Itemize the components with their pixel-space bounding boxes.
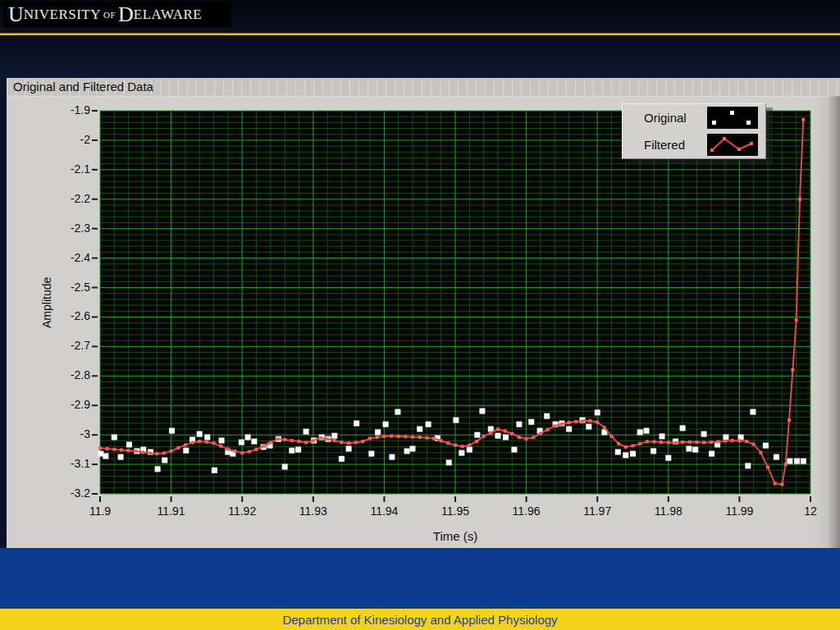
- footer-bar: Department of Kinesiology and Applied Ph…: [0, 609, 840, 630]
- navy-background-strip: [0, 35, 840, 78]
- x-tick-label: 11.95: [431, 504, 480, 518]
- plot-canvas[interactable]: [100, 111, 810, 494]
- slide-header: UNIVERSITYOFDELAWARE: [0, 0, 840, 33]
- labview-front-panel: Original and Filtered Data Amplitude 11.…: [7, 78, 840, 548]
- wordmark-niversity: NIVERSITY: [24, 7, 101, 23]
- y-tick-label: -2.3: [31, 221, 90, 235]
- wordmark-initial-u: U: [8, 4, 24, 25]
- wordmark-elaware: ELAWARE: [134, 7, 202, 23]
- x-tick-label: 11.9: [75, 504, 125, 518]
- y-tick-label: -2.6: [31, 309, 90, 322]
- graph-title: Original and Filtered Data: [13, 80, 153, 94]
- footer-blue-band: [0, 548, 840, 609]
- x-tick-label: 11.96: [502, 504, 551, 518]
- original-sample-icon[interactable]: [707, 107, 758, 129]
- x-tick-label: 11.99: [714, 504, 764, 518]
- x-tick-label: 11.94: [359, 504, 409, 518]
- filtered-series: [98, 118, 805, 486]
- y-tick-label: -2.5: [31, 281, 90, 294]
- wordmark-initial-d: D: [118, 4, 134, 25]
- ud-logo: UNIVERSITYOFDELAWARE: [3, 2, 231, 27]
- legend-label-original: Original: [623, 111, 707, 125]
- y-tick-label: -1.9: [31, 103, 90, 116]
- legend-row-original[interactable]: Original: [623, 104, 765, 131]
- graph-legend: Original Filtered: [622, 103, 766, 159]
- slide: UNIVERSITYOFDELAWARE Original and Filter…: [0, 0, 840, 630]
- y-tick-label: -2.9: [31, 398, 90, 411]
- y-tick-label: -2.1: [31, 162, 90, 176]
- filtered-sample-icon[interactable]: [707, 134, 758, 156]
- x-tick-label: 11.92: [217, 504, 267, 518]
- x-tick-label: 11.93: [289, 504, 338, 518]
- y-tick-label: -2.8: [31, 368, 90, 381]
- y-tick-label: -2.7: [31, 339, 90, 352]
- footer-text: Department of Kinesiology and Applied Ph…: [282, 613, 557, 627]
- wordmark-of: OF: [101, 10, 118, 20]
- x-tick-label: 12: [786, 504, 835, 518]
- y-tick-label: -2.4: [31, 251, 90, 264]
- y-tick-label: -2: [31, 133, 90, 146]
- panel-grid-strip: Original and Filtered Data: [7, 78, 840, 97]
- waveform-graph: Amplitude 11.911.9111.9211.9311.9411.951…: [7, 96, 840, 548]
- x-tick-label: 11.97: [573, 504, 622, 518]
- x-axis-title: Time (s): [100, 529, 810, 543]
- x-tick-label: 11.98: [644, 504, 693, 518]
- y-tick-label: -3.1: [31, 457, 90, 470]
- y-tick-label: -2.2: [31, 192, 90, 205]
- legend-row-filtered[interactable]: Filtered: [623, 131, 765, 158]
- x-tick-label: 11.91: [147, 504, 196, 518]
- legend-label-filtered: Filtered: [623, 138, 707, 152]
- y-tick-label: -3: [31, 427, 90, 441]
- y-tick-label: -3.2: [31, 486, 90, 500]
- panel-right-edge-shade: [812, 96, 840, 548]
- plot-area[interactable]: 11.911.9111.9211.9311.9411.9511.9611.971…: [100, 111, 810, 494]
